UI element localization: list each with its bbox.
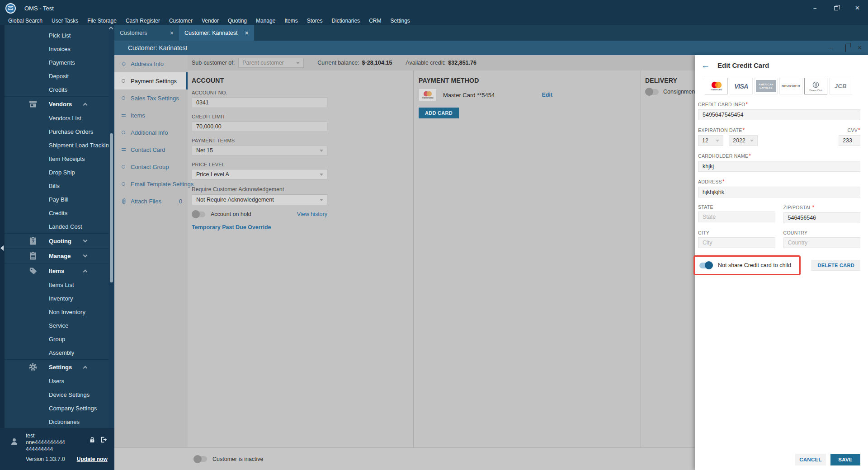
sidebar-item-item-receipts[interactable]: Item Receipts: [5, 152, 108, 165]
cancel-button[interactable]: CANCEL: [795, 454, 826, 465]
menu-quoting[interactable]: Quoting: [223, 18, 251, 24]
menu-cash-register[interactable]: Cash Register: [121, 18, 165, 24]
logout-icon[interactable]: [100, 436, 108, 446]
view-history-link[interactable]: View history: [297, 211, 327, 217]
nav-item-items[interactable]: Items: [114, 107, 188, 124]
city-input[interactable]: [698, 237, 775, 248]
sidebar-item-company-settings[interactable]: Company Settings: [5, 401, 108, 415]
menu-vendor[interactable]: Vendor: [197, 18, 223, 24]
parent-customer-select[interactable]: Parent customer: [238, 58, 304, 68]
exp-year-select[interactable]: 2022: [729, 135, 758, 146]
restore-icon[interactable]: [845, 45, 846, 52]
sidebar-section-manage[interactable]: Manage: [5, 248, 108, 263]
sidebar-item-group[interactable]: Group: [5, 332, 108, 346]
not-share-card-toggle[interactable]: [699, 263, 713, 268]
sidebar-item-inventory[interactable]: Inventory: [5, 291, 108, 305]
menu-global-search[interactable]: Global Search: [4, 18, 47, 24]
sidebar-item-credits[interactable]: Credits: [5, 83, 108, 96]
sidebar-scrollbar[interactable]: [108, 25, 114, 428]
sidebar-item-pick-list[interactable]: Pick List: [5, 28, 108, 42]
sidebar-collapse-icon[interactable]: [0, 245, 4, 251]
menu-customer[interactable]: Customer: [165, 18, 197, 24]
tab-customers[interactable]: Customers ×: [114, 25, 179, 41]
state-input[interactable]: [698, 212, 775, 222]
sidebar-item-landed-cost[interactable]: Landed Cost: [5, 220, 108, 233]
sidebar-item-dictionaries[interactable]: Dictionaries: [5, 415, 108, 428]
sidebar-item-payments[interactable]: Payments: [5, 56, 108, 69]
customer-inactive-toggle[interactable]: [193, 456, 207, 462]
sidebar-item-bills[interactable]: Bills: [5, 179, 108, 193]
ack-select[interactable]: Not Require Acknowledgement: [192, 194, 327, 205]
menu-settings[interactable]: Settings: [386, 18, 414, 24]
nav-item-email-template-settings[interactable]: Email Template Settings: [114, 175, 188, 193]
sidebar-section-quoting[interactable]: ? Quoting: [5, 233, 108, 248]
sidebar-section-vendors[interactable]: Vendors: [5, 96, 108, 111]
sidebar-section-settings[interactable]: Settings: [5, 359, 108, 374]
scroll-up-icon[interactable]: [109, 27, 113, 31]
minimize-icon[interactable]: −: [830, 45, 833, 52]
back-arrow-icon[interactable]: ←: [701, 61, 710, 70]
address-label: ADDRESS*: [698, 179, 860, 185]
nav-item-address-info[interactable]: Address Info: [114, 55, 188, 72]
sidebar-item-purchase-orders[interactable]: Purchase Orders: [5, 125, 108, 138]
edit-card-link[interactable]: Edit: [542, 92, 552, 98]
close-icon[interactable]: ×: [237, 29, 248, 37]
nav-item-contact-card[interactable]: Contact Card: [114, 141, 188, 158]
close-icon[interactable]: ×: [858, 44, 862, 52]
sidebar-item-users[interactable]: Users: [5, 374, 108, 388]
menu-manage[interactable]: Manage: [251, 18, 280, 24]
city-country-row: CITY COUNTRY: [698, 223, 860, 248]
menu-crm[interactable]: CRM: [364, 18, 386, 24]
minimize-icon[interactable]: −: [804, 0, 826, 16]
sidebar-item-assembly[interactable]: Assembly: [5, 346, 108, 359]
sidebar-item-vendor-credits[interactable]: Credits: [5, 206, 108, 220]
scrollbar-thumb[interactable]: [110, 133, 113, 282]
close-icon[interactable]: ×: [163, 29, 174, 37]
lock-icon[interactable]: [89, 436, 96, 446]
cvv-input[interactable]: [839, 135, 860, 146]
payment-terms-select[interactable]: Net 15: [192, 145, 327, 156]
menu-stores[interactable]: Stores: [302, 18, 327, 24]
menu-items[interactable]: Items: [280, 18, 302, 24]
sidebar-item-pay-bill[interactable]: Pay Bill: [5, 193, 108, 206]
add-card-button[interactable]: ADD CARD: [419, 108, 459, 118]
cc-number-input[interactable]: [698, 109, 860, 120]
nav-item-payment-settings[interactable]: Payment Settings: [114, 72, 188, 89]
account-on-hold-toggle[interactable]: [192, 212, 205, 217]
sidebar-item-non-inventory[interactable]: Non Inventory: [5, 305, 108, 319]
close-icon[interactable]: ×: [847, 0, 868, 16]
menu-user-tasks[interactable]: User Tasks: [47, 18, 83, 24]
sidebar-section-items[interactable]: Items: [5, 263, 108, 278]
sidebar-item-invoices[interactable]: Invoices: [5, 42, 108, 56]
sidebar-item-drop-ship[interactable]: Drop Ship: [5, 165, 108, 179]
temporary-past-due-link[interactable]: Temporary Past Due Override: [192, 224, 271, 230]
chevron-up-icon: [83, 103, 88, 107]
nav-item-sales-tax-settings[interactable]: Sales Tax Settings: [114, 89, 188, 107]
tab-customer-karinatest[interactable]: Customer: Karinatest ×: [179, 25, 254, 41]
country-input[interactable]: [783, 237, 861, 248]
nav-item-attach-files[interactable]: Attach Files 0: [114, 193, 188, 210]
nav-item-additional-info[interactable]: Additional Info: [114, 124, 188, 141]
sidebar-item-service[interactable]: Service: [5, 319, 108, 332]
zip-input[interactable]: [783, 212, 861, 223]
restore-icon[interactable]: [826, 0, 847, 16]
tab-label: Customers: [120, 30, 147, 36]
nav-item-contact-group[interactable]: Contact Group: [114, 158, 188, 175]
sidebar-item-device-settings[interactable]: Device Settings: [5, 388, 108, 401]
menu-file-storage[interactable]: File Storage: [83, 18, 121, 24]
update-now-link[interactable]: Update now: [77, 456, 108, 462]
delete-card-button[interactable]: DELETE CARD: [811, 260, 860, 271]
consignment-toggle[interactable]: [645, 89, 659, 95]
address-input[interactable]: [698, 187, 860, 197]
exp-month-select[interactable]: 12: [698, 135, 723, 146]
sidebar-item-deposit[interactable]: Deposit: [5, 69, 108, 83]
cardholder-input[interactable]: [698, 161, 860, 172]
account-no-field[interactable]: 0341: [192, 97, 327, 108]
sidebar-item-vendors-list[interactable]: Vendors List: [5, 111, 108, 125]
menu-dictionaries[interactable]: Dictionaries: [327, 18, 364, 24]
sidebar-item-items-list[interactable]: Items List: [5, 278, 108, 291]
price-level-select[interactable]: Price Level A: [192, 169, 327, 180]
sidebar-item-shipment-load-tracking[interactable]: Shipment Load Tracking: [5, 138, 108, 152]
save-button[interactable]: SAVE: [830, 454, 860, 465]
credit-limit-field[interactable]: 70,000.00: [192, 121, 327, 132]
